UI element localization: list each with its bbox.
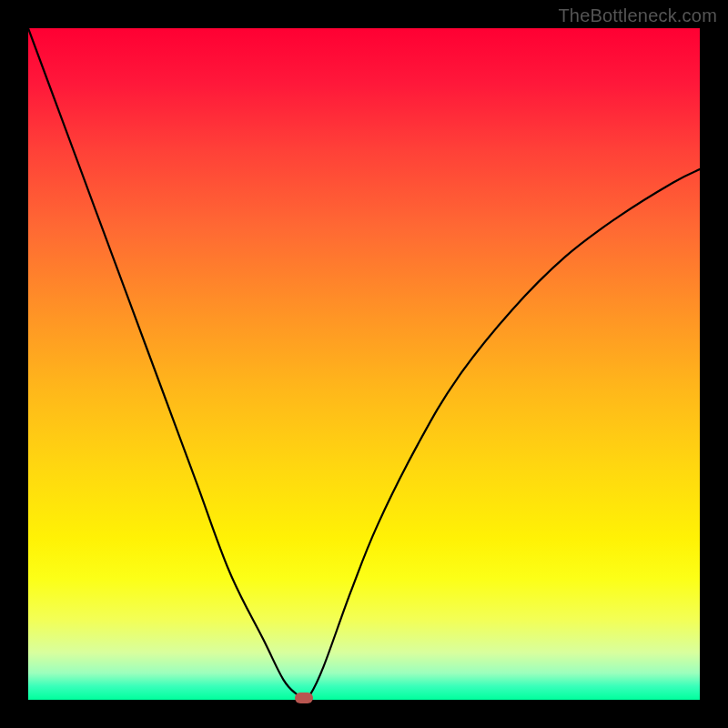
plot-area [28, 28, 700, 700]
watermark-text: TheBottleneck.com [558, 5, 717, 26]
outer-frame: TheBottleneck.com [0, 0, 728, 728]
